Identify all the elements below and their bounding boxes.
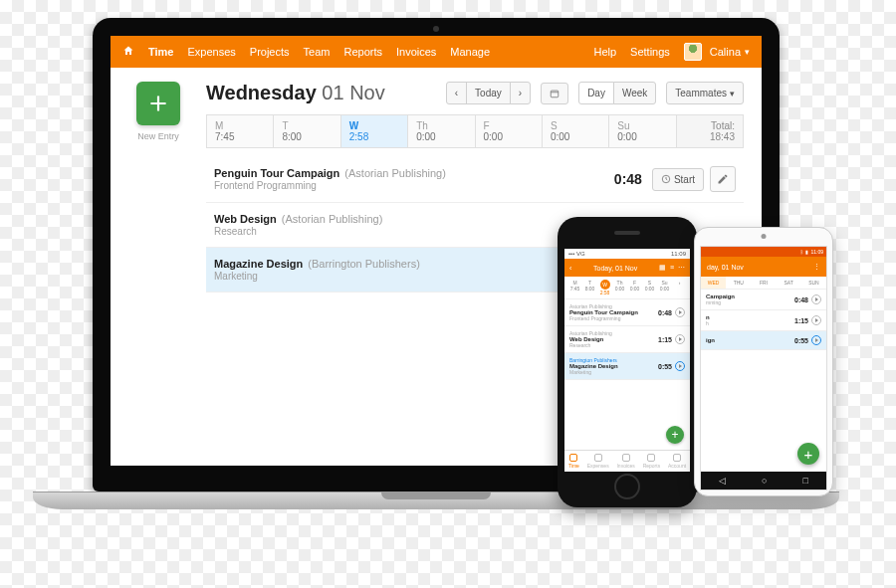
teammates-button[interactable]: Teammates▾ [666, 82, 744, 104]
entry-project: (Barrington Publishers) [308, 258, 420, 270]
android-add-button[interactable]: + [797, 443, 819, 465]
week-day-mon[interactable]: M7:45 [207, 115, 274, 147]
play-icon[interactable] [811, 294, 821, 304]
phone-week-strip: M7:45 T8:00 W2:58 Th0:00 F0:00 S0:00 Su0… [564, 277, 690, 299]
chevron-down-icon: ▾ [730, 89, 735, 98]
avatar [684, 43, 702, 61]
date-header-row: Wednesday 01 Nov ‹ Today › Day [206, 82, 744, 104]
week-day-wed[interactable]: W2:58 [341, 115, 408, 147]
entry-project: (Astorian Publishing) [282, 213, 383, 225]
nav-team[interactable]: Team [304, 46, 331, 58]
new-entry-label: New Entry [137, 131, 179, 141]
today-button[interactable]: Today [466, 82, 511, 104]
back-icon[interactable]: ◁ [719, 476, 726, 486]
next-day-button[interactable]: › [510, 82, 531, 104]
play-icon[interactable] [811, 315, 821, 325]
page-title: Wednesday 01 Nov [206, 82, 385, 104]
edit-entry-button[interactable] [710, 166, 736, 192]
tab-reports[interactable]: Reports [643, 454, 661, 469]
nav-reports[interactable]: Reports [343, 46, 382, 58]
bluetooth-icon: ᛒ [800, 249, 803, 255]
phone-status-bar: ••• VG11:09 [564, 249, 690, 259]
more-icon[interactable]: ⋮ [813, 263, 820, 271]
entry-name: Penguin Tour Campaign [214, 167, 339, 179]
list-icon[interactable]: ≡ [670, 264, 674, 272]
nav-projects[interactable]: Projects [250, 46, 290, 58]
android-toolbar: day, 01 Nov ⋮ [701, 257, 826, 277]
svg-rect-0 [551, 91, 559, 98]
phone-entry[interactable]: Barrington PublishersMagazine DesignMark… [564, 353, 690, 380]
phone-add-button[interactable]: + [666, 426, 684, 444]
entry-name: Magazine Design [214, 258, 303, 270]
nav-manage[interactable]: Manage [450, 46, 490, 58]
recents-icon[interactable]: □ [803, 476, 808, 486]
tab-expenses[interactable]: Expenses [587, 454, 609, 469]
home-icon[interactable] [122, 45, 134, 59]
android-title: day, 01 Nov [707, 264, 744, 271]
phone-title: Today, 01 Nov [593, 265, 637, 272]
battery-icon: ▮ [805, 249, 808, 255]
week-day-tue[interactable]: T8:00 [274, 115, 340, 147]
tab-account[interactable]: Account [668, 454, 686, 469]
play-icon[interactable] [675, 307, 685, 317]
nav-help[interactable]: Help [593, 46, 616, 58]
calendar-button[interactable] [541, 83, 568, 104]
entry-project: (Astorian Publishing) [344, 167, 446, 179]
android-device: ᛒ ▮ 11:09 day, 01 Nov ⋮ WED THU FRI SAT … [694, 227, 833, 496]
tab-time[interactable]: Time [568, 454, 579, 469]
phone-entry[interactable]: Astorian PublishingWeb DesignResearch 1:… [564, 326, 690, 353]
prev-day-button[interactable]: ‹ [446, 82, 467, 104]
user-name: Calina [710, 46, 741, 58]
time-entry[interactable]: Penguin Tour Campaign (Astorian Publishi… [206, 156, 744, 203]
phone-entry[interactable]: Astorian PublishingPenguin Tour Campaign… [564, 299, 690, 326]
android-week-strip: WED THU FRI SAT SUN [701, 277, 826, 290]
new-entry-button[interactable] [136, 82, 180, 125]
play-icon[interactable] [811, 335, 821, 345]
prev-icon[interactable]: ‹ [569, 265, 571, 272]
tab-invoices[interactable]: Invoices [616, 454, 634, 469]
user-menu[interactable]: Calina ▾ [684, 43, 750, 61]
nav-time[interactable]: Time [148, 46, 173, 58]
iphone-device: ••• VG11:09 ‹ Today, 01 Nov ▦ ≡ ⋯ M7:45 … [558, 217, 697, 507]
android-status-bar: ᛒ ▮ 11:09 [701, 247, 826, 257]
play-icon[interactable] [675, 334, 685, 344]
week-strip: M7:45 T8:00 W2:58 Th0:00 F0:00 S0:00 Su0… [206, 114, 744, 148]
android-entry[interactable]: ign 0:55 [701, 331, 826, 350]
android-entry[interactable]: nh 1:15 [701, 310, 826, 331]
more-icon[interactable]: ⋯ [678, 264, 685, 272]
start-timer-button[interactable]: Start [652, 168, 704, 191]
week-total: Total: 18:43 [677, 115, 743, 147]
entry-task: Frontend Programming [214, 180, 614, 191]
phone-tab-bar: Time Expenses Invoices Reports Account [564, 450, 690, 472]
view-week-button[interactable]: Week [613, 82, 656, 104]
calendar-icon[interactable]: ▦ [659, 264, 666, 272]
main-nav: Time Expenses Projects Team Reports Invo… [111, 36, 762, 68]
nav-invoices[interactable]: Invoices [396, 46, 436, 58]
android-nav-bar: ◁ ○ □ [701, 472, 826, 490]
week-day-sat[interactable]: S0:00 [543, 115, 609, 147]
view-day-button[interactable]: Day [578, 82, 614, 104]
android-entry[interactable]: Campaignmming 0:48 [701, 290, 826, 310]
nav-expenses[interactable]: Expenses [187, 46, 235, 58]
chevron-down-icon: ▾ [745, 47, 750, 57]
entry-duration: 0:48 [614, 171, 642, 187]
home-icon[interactable]: ○ [762, 476, 767, 486]
phone-toolbar: ‹ Today, 01 Nov ▦ ≡ ⋯ [564, 259, 690, 277]
play-icon[interactable] [675, 361, 685, 371]
week-day-thu[interactable]: Th0:00 [408, 115, 475, 147]
entry-name: Web Design [214, 213, 277, 225]
nav-settings[interactable]: Settings [630, 46, 670, 58]
week-day-fri[interactable]: F0:00 [476, 115, 543, 147]
week-day-sun[interactable]: Su0:00 [609, 115, 676, 147]
